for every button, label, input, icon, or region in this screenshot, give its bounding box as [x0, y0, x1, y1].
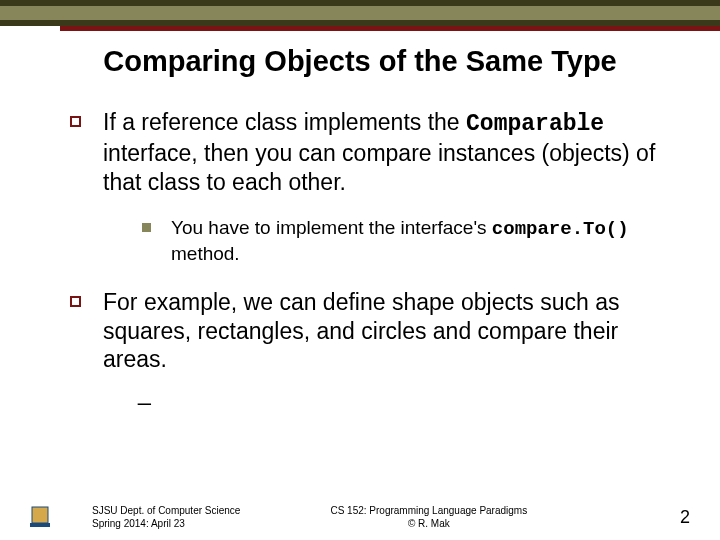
bullet-item: For example, we can define shape objects…: [70, 288, 680, 407]
svg-rect-0: [32, 507, 48, 523]
stripe: [0, 6, 720, 20]
slide-title: Comparing Objects of the Same Type: [0, 45, 720, 78]
text-segment: interface, then you can compare instance…: [103, 140, 655, 195]
sub-bullet-text: You have to implement the interface's co…: [171, 216, 680, 266]
square-bullet-icon: [70, 296, 81, 307]
square-bullet-icon: [70, 116, 81, 127]
code-segment: compare.To(): [492, 218, 629, 240]
footer-center: CS 152: Programming Language Paradigms ©…: [330, 504, 527, 530]
footer-date: Spring 2014: April 23: [92, 517, 240, 530]
stripe: [60, 26, 720, 31]
code-segment: Comparable: [466, 111, 604, 137]
bullet-item: If a reference class implements the Comp…: [70, 108, 680, 196]
filled-square-bullet-icon: [142, 223, 151, 232]
bullet-text: If a reference class implements the Comp…: [103, 108, 680, 196]
footer-copyright: © R. Mak: [330, 517, 527, 530]
slide-footer: SJSU Dept. of Computer Science Spring 20…: [0, 504, 720, 530]
footer-course: CS 152: Programming Language Paradigms: [330, 504, 527, 517]
decorative-stripes: [0, 0, 720, 31]
footer-dept: SJSU Dept. of Computer Science: [92, 504, 240, 517]
text-segment: For example, we can define shape objects…: [103, 289, 620, 373]
sjsu-logo-icon: [28, 505, 52, 529]
dash-placeholder: _: [138, 378, 680, 407]
bullet-text: For example, we can define shape objects…: [103, 288, 680, 407]
svg-rect-1: [30, 523, 50, 527]
slide-body: If a reference class implements the Comp…: [0, 108, 720, 407]
sub-bullet-item: You have to implement the interface's co…: [142, 216, 680, 266]
text-segment: If a reference class implements the: [103, 109, 466, 135]
footer-left: SJSU Dept. of Computer Science Spring 20…: [92, 504, 240, 530]
page-number: 2: [680, 507, 690, 528]
text-segment: You have to implement the interface's: [171, 217, 492, 238]
text-segment: method.: [171, 243, 240, 264]
